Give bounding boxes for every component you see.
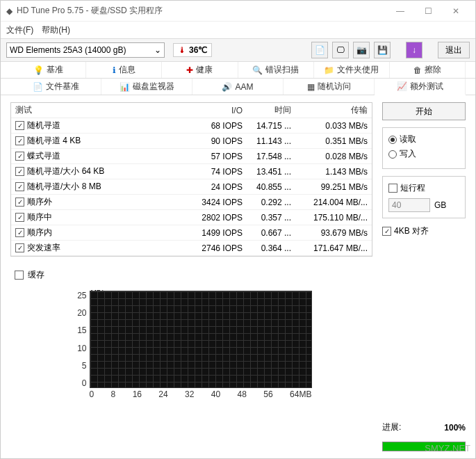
table-row: ✓随机寻道/大小 8 MB24 IOPS40.855 ...99.251 MB/… (11, 179, 372, 195)
row-label: 顺序内 (27, 227, 52, 239)
write-label: 写入 (400, 148, 416, 160)
drive-select[interactable]: WD Elements 25A3 (14000 gB) ⌄ (6, 42, 165, 58)
row-checkbox[interactable]: ✓ (15, 228, 24, 237)
short-checkbox[interactable] (388, 184, 397, 193)
cache-label: 缓存 (28, 269, 44, 281)
speed-chart: MB/s 2520151050 0816243240485664MB (63, 291, 320, 399)
tab-info[interactable]: ℹ信息 (86, 62, 162, 78)
table-row: ✓随机寻道68 IOPS14.715 ...0.033 MB/s (11, 118, 372, 134)
camera-icon[interactable]: 📷 (353, 42, 370, 58)
minimize-button[interactable]: — (386, 1, 414, 21)
results-table: 测试 I/O 时间 传输 ✓随机寻道68 IOPS14.715 ...0.033… (10, 102, 372, 257)
health-icon: ✚ (186, 65, 193, 75)
row-checkbox[interactable]: ✓ (15, 167, 24, 176)
tab-erase[interactable]: 🗑擦除 (390, 62, 466, 78)
row-label: 随机寻道 (27, 120, 60, 131)
save-icon[interactable]: 💾 (374, 42, 391, 58)
row-label: 随机寻道 4 KB (27, 135, 81, 147)
maximize-button[interactable]: ☐ (414, 1, 442, 21)
row-io: 74 IOPS (187, 167, 243, 177)
write-radio[interactable] (388, 150, 397, 159)
row-checkbox[interactable]: ✓ (15, 121, 24, 130)
row-time: 0.667 ... (243, 228, 291, 238)
monitor-icon: 📊 (120, 82, 130, 92)
row-label: 随机寻道/大小 64 KB (27, 166, 104, 177)
progress-bar (382, 442, 466, 451)
row-label: 顺序中 (27, 211, 52, 223)
table-row: ✓蝶式寻道57 IOPS17.548 ...0.028 MB/s (11, 149, 372, 164)
row-transfer: 0.033 MB/s (291, 121, 368, 131)
start-button[interactable]: 开始 (382, 102, 466, 120)
tab-diskmonitor[interactable]: 📊磁盘监视器 (101, 79, 192, 95)
exit-button[interactable]: 退出 (438, 42, 470, 58)
table-row: ✓随机寻道/大小 64 KB74 IOPS13.451 ...1.143 MB/… (11, 164, 372, 179)
row-io: 2802 IOPS (187, 213, 243, 223)
menu-file[interactable]: 文件(F) (6, 24, 33, 36)
progress-value: 100% (444, 423, 466, 433)
close-button[interactable]: ✕ (442, 1, 470, 21)
row-checkbox[interactable]: ✓ (15, 243, 24, 252)
row-label: 蝶式寻道 (27, 150, 60, 162)
short-value-input[interactable] (388, 198, 430, 212)
table-row: ✓顺序外3424 IOPS0.292 ...214.004 MB/... (11, 195, 372, 210)
file-icon: 📄 (33, 82, 43, 92)
tab-aam[interactable]: 🔊AAM (192, 79, 284, 95)
row-time: 0.364 ... (243, 243, 291, 253)
table-row: ✓顺序中2802 IOPS0.357 ...175.110 MB/... (11, 210, 372, 225)
row-time: 17.548 ... (243, 152, 291, 161)
col-transfer: 传输 (291, 104, 368, 116)
row-label: 突发速率 (27, 242, 60, 254)
tab-health[interactable]: ✚健康 (162, 62, 238, 78)
row-checkbox[interactable]: ✓ (15, 198, 24, 207)
row-checkbox[interactable]: ✓ (15, 152, 24, 161)
row-io: 90 IOPS (187, 136, 243, 146)
tab-extratest[interactable]: 📈额外测试 (375, 79, 466, 95)
temperature-value: 36℃ (189, 45, 207, 55)
row-io: 24 IOPS (187, 182, 243, 192)
row-transfer: 214.004 MB/... (291, 198, 368, 207)
window-title: HD Tune Pro 5.75 - 硬盘/SSD 实用程序 (17, 5, 386, 17)
info-icon: ℹ (113, 65, 116, 75)
col-test: 测试 (15, 104, 187, 116)
short-unit: GB (434, 200, 446, 210)
thermometer-icon: 🌡 (178, 45, 186, 55)
row-time: 0.292 ... (243, 198, 291, 207)
tab-errorscan[interactable]: 🔍错误扫描 (238, 62, 314, 78)
down-arrow-icon[interactable]: ↓ (406, 42, 422, 58)
row-checkbox[interactable]: ✓ (15, 213, 24, 222)
row-time: 13.451 ... (243, 167, 291, 177)
row-io: 57 IOPS (187, 152, 243, 161)
trash-icon: 🗑 (413, 65, 422, 75)
menu-help[interactable]: 帮助(H) (42, 24, 70, 36)
col-io: I/O (187, 106, 243, 115)
align-label: 4KB 对齐 (394, 225, 429, 237)
copy-icon[interactable]: 📄 (311, 42, 328, 58)
row-time: 11.143 ... (243, 136, 291, 146)
table-row: ✓随机寻道 4 KB90 IOPS11.143 ...0.351 MB/s (11, 134, 372, 149)
row-transfer: 175.110 MB/... (291, 213, 368, 223)
tab-randomaccess[interactable]: ▦随机访问 (284, 79, 375, 95)
cache-checkbox[interactable] (15, 271, 24, 280)
row-checkbox[interactable]: ✓ (15, 182, 24, 191)
read-radio[interactable] (388, 136, 397, 144)
tab-filebench[interactable]: 📄文件基准 (10, 79, 101, 95)
align-checkbox[interactable]: ✓ (382, 227, 391, 236)
tab-benchmark[interactable]: 💡基准 (10, 62, 86, 78)
tab-folderusage[interactable]: 📁文件夹使用 (314, 62, 390, 78)
extra-icon: 📈 (397, 81, 407, 91)
short-stroke-group: 短行程 GB (382, 176, 466, 218)
row-transfer: 0.028 MB/s (291, 152, 368, 161)
short-label: 短行程 (400, 182, 425, 194)
row-transfer: 93.679 MB/s (291, 228, 368, 238)
temperature-display: 🌡 36℃ (173, 43, 212, 57)
chevron-down-icon: ⌄ (154, 45, 161, 55)
table-row: ✓突发速率2746 IOPS0.364 ...171.647 MB/... (11, 241, 372, 256)
row-time: 0.357 ... (243, 213, 291, 223)
screenshot-icon[interactable]: 🖵 (332, 42, 349, 58)
row-io: 3424 IOPS (187, 198, 243, 207)
bulb-icon: 💡 (33, 65, 44, 75)
drive-label: WD Elements 25A3 (14000 gB) (10, 45, 126, 55)
progress-label: 进展: (382, 421, 401, 433)
row-io: 2746 IOPS (187, 243, 243, 253)
row-checkbox[interactable]: ✓ (15, 136, 24, 145)
